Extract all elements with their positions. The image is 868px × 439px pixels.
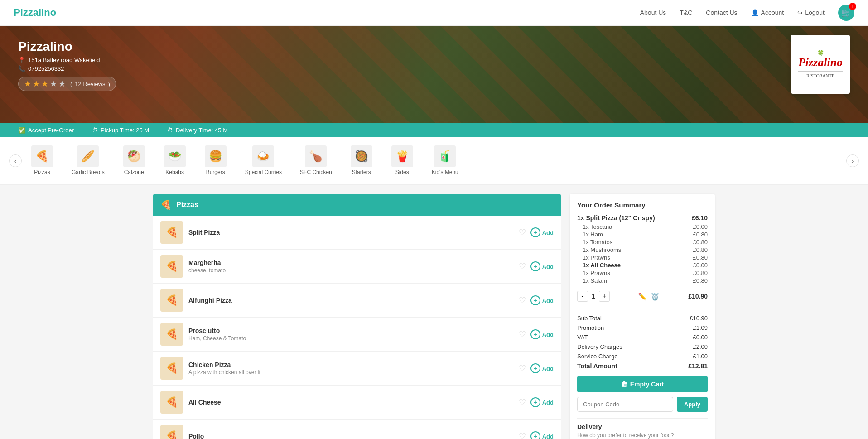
qty-controls: - 1 + [577, 291, 610, 302]
cat-item-garlic-breads[interactable]: 🥖 Garlic Breads [63, 142, 114, 180]
order-summary: Your Order Summary 1x Split Pizza (12" C… [570, 194, 715, 439]
order-sub-item: 1x All Cheese £0.00 [577, 262, 708, 269]
cat-icon: 🥗 [164, 145, 186, 167]
promotion-value: £1.09 [693, 324, 708, 331]
nav-tnc[interactable]: T&C [680, 9, 692, 16]
order-sub-item: 1x Tomatos £0.80 [577, 239, 708, 246]
favorite-button[interactable]: ♡ [519, 329, 526, 339]
cat-label: Starters [352, 169, 371, 175]
menu-item: 🍕 All Cheese ♡ + Add [153, 386, 561, 420]
cat-item-kebabs[interactable]: 🥗 Kebabs [154, 142, 195, 180]
order-sub-item: 1x Prawns £0.80 [577, 270, 708, 276]
cat-item-kid's-menu[interactable]: 🧃 Kid's Menu [423, 142, 468, 180]
coupon-input[interactable] [577, 397, 673, 412]
cat-item-pizzas[interactable]: 🍕 Pizzas [22, 142, 63, 180]
restaurant-address: 📍 151a Batley road Wakefield [18, 57, 850, 63]
menu-item-info-0: Split Pizza [188, 229, 513, 236]
qty-decrease-button[interactable]: - [577, 291, 588, 302]
sub-item-name: 1x Prawns [583, 270, 610, 276]
nav-contact-us[interactable]: Contact Us [706, 9, 737, 16]
cat-items: 🍕 Pizzas 🥖 Garlic Breads 🥙 Calzone 🥗 Keb… [22, 142, 846, 180]
menu-item: 🍕 Pollo ♡ + Add [153, 420, 561, 439]
coupon-row: Apply [577, 397, 708, 412]
sub-item-name: 1x Toscana [583, 223, 612, 230]
order-sub-item: 1x Ham £0.80 [577, 231, 708, 238]
add-circle-icon: + [530, 227, 540, 237]
brand-logo[interactable]: Pizzalino [14, 7, 56, 19]
cat-item-calzone[interactable]: 🥙 Calzone [114, 142, 154, 180]
add-to-cart-button[interactable]: + Add [530, 227, 554, 237]
reviews-count: ( [70, 81, 72, 87]
coupon-apply-button[interactable]: Apply [677, 397, 708, 412]
nav-account[interactable]: 👤 Account [751, 9, 784, 16]
menu-item: 🍕 Chicken Pizza A pizza with chicken all… [153, 352, 561, 386]
favorite-button[interactable]: ♡ [519, 295, 526, 305]
promotion-row: Promotion £1.09 [577, 324, 708, 331]
delete-item-icon[interactable]: 🗑️ [651, 292, 660, 301]
service-row: Service Charge £1.00 [577, 353, 708, 360]
add-circle-icon: + [530, 431, 540, 439]
restaurant-name: Pizzalino [18, 39, 850, 54]
restaurant-phone: 📞 07925256332 [18, 65, 850, 72]
cart-icon: 🛒 [841, 8, 851, 18]
menu-item-name: Chicken Pizza [188, 361, 513, 368]
favorite-button[interactable]: ♡ [519, 431, 526, 439]
promotion-label: Promotion [577, 324, 604, 331]
menu-item-name: Split Pizza [188, 229, 513, 236]
cart-button[interactable]: 🛒 1 [838, 5, 854, 21]
empty-cart-button[interactable]: 🗑 Empty Cart [577, 376, 708, 392]
favorite-button[interactable]: ♡ [519, 261, 526, 271]
star-5: ★ [58, 79, 66, 89]
sub-item-price: £0.80 [693, 270, 708, 276]
menu-item: 🍕 Prosciutto Ham, Cheese & Tomato ♡ + Ad… [153, 318, 561, 352]
add-circle-icon: + [530, 295, 540, 305]
cat-item-sfc-chicken[interactable]: 🍗 SFC Chicken [291, 142, 341, 180]
cat-item-burgers[interactable]: 🍔 Burgers [195, 142, 236, 180]
add-to-cart-button[interactable]: + Add [530, 261, 554, 271]
nav-about-us[interactable]: About Us [640, 9, 666, 16]
sub-item-price: £0.80 [693, 277, 708, 284]
menu-item-actions: ♡ + Add [519, 295, 554, 305]
navbar: Pizzalino About Us T&C Contact Us 👤 Acco… [0, 0, 868, 26]
add-circle-icon: + [530, 329, 540, 339]
favorite-button[interactable]: ♡ [519, 363, 526, 373]
service-value: £1.00 [693, 353, 708, 360]
delivery-title: Delivery [577, 423, 708, 430]
cat-item-starters[interactable]: 🥘 Starters [341, 142, 382, 180]
add-to-cart-button[interactable]: + Add [530, 329, 554, 339]
delivery-charge-value: £2.00 [693, 343, 708, 350]
cat-prev-button[interactable]: ‹ [9, 154, 22, 167]
menu-item-info-2: Alfunghi Pizza [188, 297, 513, 304]
menu-item-name: Pollo [188, 433, 513, 439]
sub-item-price: £0.80 [693, 239, 708, 246]
add-to-cart-button[interactable]: + Add [530, 431, 554, 439]
delivery-charge-label: Delivery Charges [577, 343, 622, 350]
nav-logout[interactable]: ↪ Logout [797, 9, 825, 16]
cat-item-sides[interactable]: 🍟 Sides [382, 142, 423, 180]
cat-next-button[interactable]: › [846, 154, 859, 167]
menu-item-info-4: Chicken Pizza A pizza with chicken all o… [188, 361, 513, 376]
favorite-button[interactable]: ♡ [519, 397, 526, 407]
add-to-cart-button[interactable]: + Add [530, 295, 554, 305]
order-item-price: £6.10 [692, 214, 708, 222]
trash-icon: 🗑 [621, 381, 627, 388]
add-to-cart-button[interactable]: + Add [530, 363, 554, 373]
add-circle-icon: + [530, 397, 540, 407]
menu-item-info-6: Pollo [188, 433, 513, 439]
vat-label: VAT [577, 334, 588, 341]
section-title: Pizzas [176, 201, 198, 209]
cat-icon: 🥙 [123, 145, 145, 167]
add-to-cart-button[interactable]: + Add [530, 397, 554, 407]
delivery-subtitle: How do you prefer to receive your food? [577, 432, 708, 439]
edit-item-icon[interactable]: ✏️ [638, 292, 647, 301]
menu-item-desc: Ham, Cheese & Tomato [188, 335, 513, 342]
cat-label: Pizzas [34, 169, 50, 175]
order-sub-item: 1x Prawns £0.80 [577, 254, 708, 261]
star-2: ★ [33, 79, 40, 89]
cat-item-special-curries[interactable]: 🍛 Special Curries [236, 142, 291, 180]
star-rating: ★ ★ ★ ★ ★ [24, 79, 66, 89]
logout-icon: ↪ [797, 9, 803, 16]
qty-increase-button[interactable]: + [599, 291, 610, 302]
favorite-button[interactable]: ♡ [519, 227, 526, 237]
sub-item-price: £0.80 [693, 246, 708, 253]
